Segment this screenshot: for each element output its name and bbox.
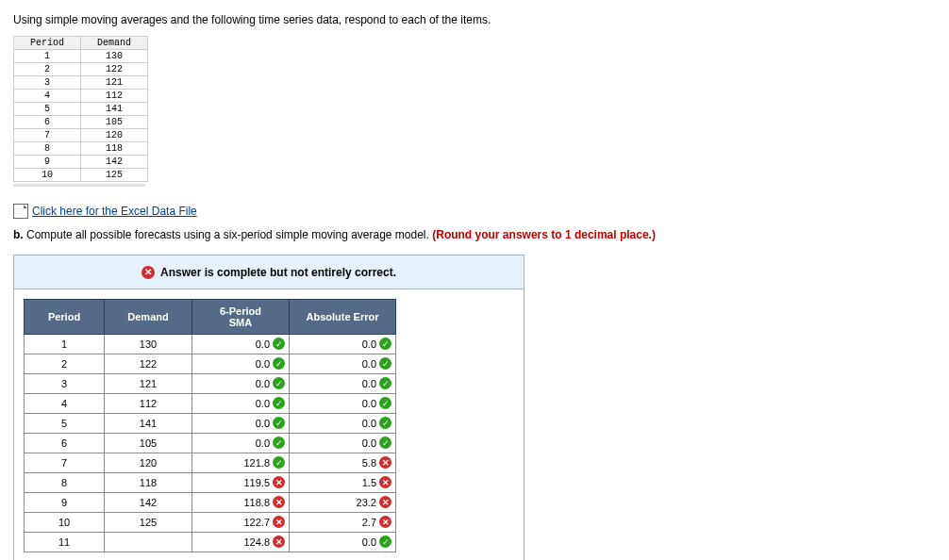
check-icon: ✓ <box>379 535 391 548</box>
part-b-body: Compute all possible forecasts using a s… <box>26 228 432 241</box>
cell-period: 5 <box>25 413 105 433</box>
table-cell: 7 <box>14 129 81 142</box>
cell-error: 0.0✓ <box>290 354 396 373</box>
x-icon: ✕ <box>379 476 391 488</box>
table-cell: 2 <box>14 63 81 76</box>
header-sma: 6-PeriodSMA <box>192 299 290 334</box>
col-period-header: Period <box>14 37 81 50</box>
col-demand-header: Demand <box>81 37 148 50</box>
table-scrollbar[interactable] <box>13 184 145 187</box>
table-cell: 125 <box>81 169 148 182</box>
cell-demand: 120 <box>105 453 192 472</box>
check-icon: ✓ <box>273 397 285 409</box>
cell-period: 7 <box>25 453 105 472</box>
cell-sma: 0.0✓ <box>192 334 290 354</box>
table-cell: 142 <box>81 156 148 169</box>
table-cell: 105 <box>81 116 148 129</box>
results-table: Period Demand 6-PeriodSMA Absolute Error… <box>24 299 396 552</box>
cell-period: 10 <box>25 512 105 532</box>
cell-error: 0.0✓ <box>290 433 396 453</box>
cell-demand: 142 <box>105 492 192 512</box>
header-demand: Demand <box>105 299 192 334</box>
cell-demand: 141 <box>105 413 192 433</box>
cell-demand <box>105 532 192 552</box>
cell-demand: 121 <box>105 373 192 393</box>
rounding-note: (Round your answers to 1 decimal place.) <box>432 228 656 241</box>
cell-sma: 0.0✓ <box>192 393 290 413</box>
table-row: 7120121.8✓5.8✕ <box>25 453 396 472</box>
header-period: Period <box>25 299 105 334</box>
cell-sma: 0.0✓ <box>192 373 290 393</box>
banner-text: Answer is complete but not entirely corr… <box>160 266 396 279</box>
table-cell: 4 <box>14 90 81 103</box>
table-row: 41120.0✓0.0✓ <box>25 393 396 413</box>
table-cell: 121 <box>81 76 148 90</box>
table-row: 11124.8✕0.0✓ <box>25 532 396 552</box>
table-cell: 9 <box>14 156 81 169</box>
x-icon: ✕ <box>379 456 391 469</box>
table-row: 8118119.5✕1.5✕ <box>25 472 396 492</box>
cell-sma: 121.8✓ <box>192 453 290 472</box>
table-cell: 8 <box>14 142 81 156</box>
table-row: 9142118.8✕23.2✕ <box>25 492 396 512</box>
table-cell: 112 <box>81 90 148 103</box>
x-icon: ✕ <box>379 496 391 508</box>
cell-error: 0.0✓ <box>290 334 396 354</box>
check-icon: ✓ <box>379 436 391 449</box>
table-cell: 141 <box>81 103 148 116</box>
table-cell: 130 <box>81 50 148 63</box>
cell-sma: 124.8✕ <box>192 532 290 552</box>
cell-period: 1 <box>25 334 105 354</box>
check-icon: ✓ <box>379 338 391 350</box>
table-row: 21220.0✓0.0✓ <box>25 354 396 373</box>
table-cell: 5 <box>14 103 81 116</box>
cell-error: 0.0✓ <box>290 413 396 433</box>
cell-error: 1.5✕ <box>290 472 396 492</box>
file-icon <box>13 204 28 219</box>
cell-demand: 118 <box>105 472 192 492</box>
check-icon: ✓ <box>379 417 391 429</box>
check-icon: ✓ <box>379 357 391 370</box>
cell-period: 6 <box>25 433 105 453</box>
cell-error: 0.0✓ <box>290 373 396 393</box>
check-icon: ✓ <box>273 417 285 429</box>
cell-error: 5.8✕ <box>290 453 396 472</box>
x-icon: ✕ <box>273 496 285 508</box>
table-cell: 6 <box>14 116 81 129</box>
part-b-text: b. Compute all possible forecasts using … <box>13 228 936 241</box>
answer-banner: ✕ Answer is complete but not entirely co… <box>14 255 524 289</box>
table-row: 11300.0✓0.0✓ <box>25 334 396 354</box>
check-icon: ✓ <box>273 338 285 350</box>
cell-period: 4 <box>25 393 105 413</box>
cell-period: 2 <box>25 354 105 373</box>
cell-period: 9 <box>25 492 105 512</box>
check-icon: ✓ <box>379 397 391 409</box>
answer-container: ✕ Answer is complete but not entirely co… <box>13 255 524 560</box>
excel-data-link[interactable]: Click here for the Excel Data File <box>32 205 197 218</box>
table-cell: 1 <box>14 50 81 63</box>
x-icon: ✕ <box>273 535 285 548</box>
cell-error: 0.0✓ <box>290 532 396 552</box>
cell-error: 2.7✕ <box>290 512 396 532</box>
check-icon: ✓ <box>379 377 391 389</box>
check-icon: ✓ <box>273 436 285 449</box>
cell-sma: 0.0✓ <box>192 354 290 373</box>
table-cell: 10 <box>14 169 81 182</box>
check-icon: ✓ <box>273 377 285 389</box>
table-row: 10125122.7✕2.7✕ <box>25 512 396 532</box>
table-cell: 118 <box>81 142 148 156</box>
cell-demand: 130 <box>105 334 192 354</box>
cell-demand: 125 <box>105 512 192 532</box>
cell-error: 23.2✕ <box>290 492 396 512</box>
cell-period: 8 <box>25 472 105 492</box>
cell-error: 0.0✓ <box>290 393 396 413</box>
question-prompt: Using simple moving averages and the fol… <box>13 13 936 26</box>
cell-sma: 119.5✕ <box>192 472 290 492</box>
cell-sma: 0.0✓ <box>192 433 290 453</box>
table-row: 31210.0✓0.0✓ <box>25 373 396 393</box>
part-b-prefix: b. <box>13 228 26 241</box>
table-row: 61050.0✓0.0✓ <box>25 433 396 453</box>
x-icon: ✕ <box>273 476 285 488</box>
x-icon: ✕ <box>379 516 391 528</box>
table-row: 51410.0✓0.0✓ <box>25 413 396 433</box>
